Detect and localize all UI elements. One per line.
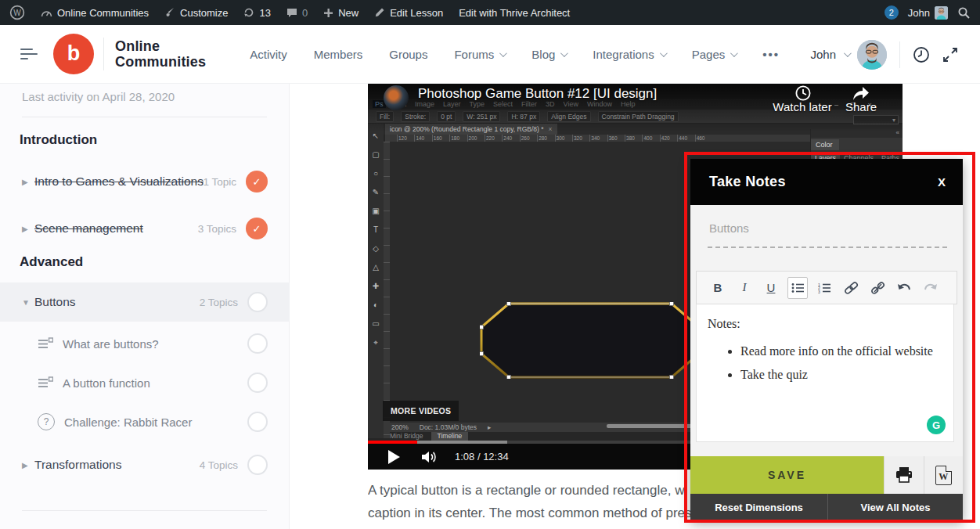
lesson-row-transformations[interactable]: ▶ Transformations 4 Topics (0, 445, 290, 484)
topic-count: 3 Topics (198, 223, 236, 235)
site-title[interactable]: Online Communities (115, 38, 206, 70)
dark-mode-clock-icon[interactable] (913, 46, 930, 63)
collapse-triangle-icon[interactable]: ▼ (22, 298, 34, 307)
lesson-row-intro-to-games[interactable]: ▶ Intro to Games & Visualizations 1 Topi… (0, 162, 290, 201)
search-icon[interactable] (957, 6, 971, 20)
admin-account[interactable]: John (908, 6, 948, 20)
menu-toggle-icon[interactable] (20, 45, 38, 63)
save-button[interactable]: SAVE (690, 456, 884, 494)
note-content-editor[interactable]: Notes: Read more info on the official we… (696, 304, 954, 442)
user-avatar[interactable] (857, 40, 887, 70)
lesson-row-buttons[interactable]: ▼ Buttons 2 Topics (0, 282, 290, 322)
user-menu[interactable]: John (810, 40, 887, 70)
watch-later-label[interactable]: Watch later (763, 100, 841, 113)
plus-icon (323, 8, 333, 18)
ps-tool-icon: ↖ (373, 131, 379, 140)
nav-more[interactable]: ••• (762, 48, 780, 61)
comments-count: 0 (302, 7, 308, 19)
nav-members[interactable]: Members (314, 48, 363, 61)
topic-row-a-button-function[interactable]: A button function (0, 365, 290, 400)
admin-user-name: John (908, 7, 930, 19)
lesson-row-scene-management[interactable]: ▶ Scene management 3 Topics ✓ (0, 209, 290, 248)
ps-tool-icon: ✚ (373, 282, 379, 290)
undo-icon (897, 282, 911, 293)
expand-triangle-icon[interactable]: ▶ (22, 178, 34, 186)
topic-title[interactable]: Challenge: Rabbit Racer (64, 416, 192, 429)
topic-title[interactable]: What are buttons? (63, 337, 159, 351)
notification-badge[interactable]: 2 (885, 5, 899, 20)
bullet-list-button[interactable] (787, 277, 808, 299)
grammarly-icon[interactable]: G (927, 416, 946, 434)
close-icon[interactable]: X (938, 175, 946, 189)
nav-pages[interactable]: Pages (692, 48, 737, 61)
nav-activity[interactable]: Activity (250, 48, 287, 61)
ps-option-control: Align Edges (547, 111, 590, 122)
ps-tool-icon: ✎ (373, 188, 379, 196)
undo-button[interactable] (894, 277, 914, 299)
ruler-number: 420 (660, 135, 677, 142)
volume-icon[interactable] (420, 449, 439, 465)
note-heading: Notes: (708, 317, 942, 331)
ruler-number: 180 (449, 135, 467, 142)
numbered-list-button[interactable]: 123 (814, 277, 834, 299)
rounded-rectangle-button-shape (480, 302, 701, 379)
video-title[interactable]: Photoshop Game Button #12 [UI design] (418, 86, 657, 102)
expand-triangle-icon[interactable]: ▶ (22, 225, 34, 233)
nav-blog[interactable]: Blog (531, 48, 566, 61)
note-title-input[interactable]: Buttons (709, 221, 749, 235)
ps-tool-icon: ◇ (373, 244, 379, 253)
nav-forums[interactable]: Forums (454, 48, 505, 61)
lesson-title[interactable]: Scene management (34, 221, 143, 236)
ruler-number: 440 (677, 135, 694, 142)
topic-row-challenge-rabbit-racer[interactable]: ? Challenge: Rabbit Racer (0, 405, 290, 439)
play-button[interactable] (388, 450, 400, 464)
redo-button[interactable] (921, 277, 941, 299)
ps-tool-icon: ⌖ (373, 338, 378, 347)
export-word-button[interactable]: W (924, 456, 964, 494)
admin-thrive-architect[interactable]: Edit with Thrive Architect (459, 7, 570, 19)
lesson-title[interactable]: Intro to Games & Visualizations (34, 175, 204, 189)
admin-updates[interactable]: 13 (243, 7, 270, 19)
print-button[interactable] (884, 456, 924, 494)
ruler-number: 120 (397, 135, 414, 142)
take-notes-header[interactable]: Take Notes X (690, 159, 963, 205)
topic-count: 1 Topic (203, 176, 236, 188)
redo-icon (924, 282, 938, 293)
bold-button[interactable]: B (708, 277, 728, 299)
wp-logo-menu[interactable]: W (9, 5, 25, 20)
nav-integrations[interactable]: Integrations (593, 48, 665, 61)
more-videos-label[interactable]: MORE VIDEOS (383, 401, 459, 421)
topic-row-what-are-buttons[interactable]: What are buttons? (0, 326, 290, 361)
reset-dimensions-button[interactable]: Reset Dimensions (690, 494, 827, 520)
channel-avatar[interactable] (384, 85, 409, 110)
admin-comments[interactable]: 0 (286, 7, 308, 19)
admin-edit-lesson[interactable]: Edit Lesson (374, 7, 443, 19)
underline-button[interactable]: U (761, 277, 781, 299)
site-logo[interactable]: b (53, 34, 94, 74)
ps-vertical-ruler (384, 142, 390, 438)
admin-new[interactable]: New (323, 7, 358, 19)
ruler-number: 220 (485, 135, 502, 142)
remove-link-button[interactable] (867, 277, 888, 299)
insert-link-button[interactable] (841, 277, 861, 299)
lesson-title[interactable]: Buttons (34, 295, 76, 309)
expand-triangle-icon[interactable]: ▶ (22, 461, 34, 470)
quiz-question-icon: ? (38, 413, 55, 430)
admin-customize[interactable]: Customize (164, 7, 228, 19)
header-user-name: John (810, 48, 836, 61)
lesson-title[interactable]: Transformations (34, 458, 121, 472)
ps-bottom-tabs: Mini Bridge Timeline (385, 432, 468, 441)
admin-site-menu[interactable]: Online Communities (41, 7, 149, 19)
ruler-number: 360 (607, 135, 625, 142)
fullscreen-expand-icon[interactable] (942, 47, 958, 63)
share-label[interactable]: Share (836, 100, 886, 113)
italic-button[interactable]: I (734, 277, 755, 299)
take-notes-popup: Take Notes X Buttons B I U 123 Notes: Re… (690, 159, 963, 520)
view-all-notes-button[interactable]: View All Notes (827, 494, 963, 520)
topic-title[interactable]: A button function (63, 376, 150, 390)
nav-groups[interactable]: Groups (389, 48, 427, 61)
printer-icon (895, 466, 913, 484)
ps-tool-icon: ▭ (372, 319, 379, 328)
editor-toolbar: B I U 123 (696, 271, 957, 304)
ps-tool-icon: ▣ (372, 207, 379, 215)
